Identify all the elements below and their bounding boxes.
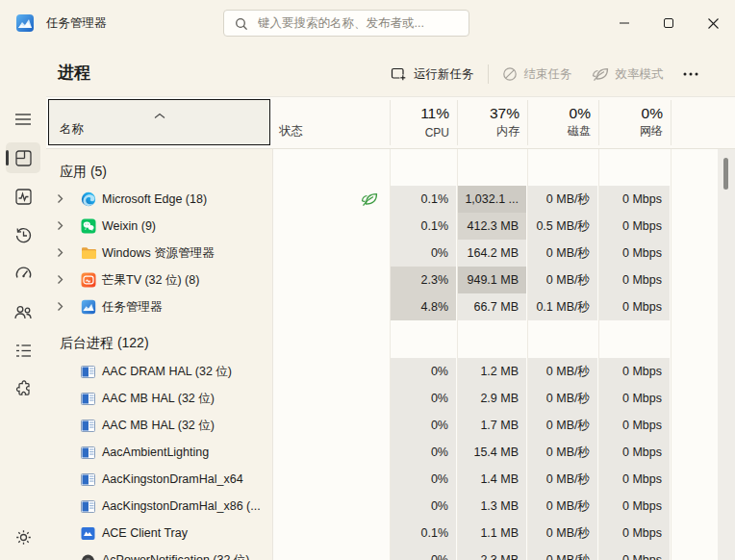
disk-cell: 0.1 MB/秒 (528, 293, 597, 320)
expand-chevron-icon[interactable] (57, 247, 63, 258)
table-row[interactable]: Microsoft Edge (18)0.1%1,032.1 ...0 MB/秒… (46, 186, 718, 213)
search-box[interactable] (223, 10, 469, 37)
table-row[interactable]: ACE Client Tray0.1%1.1 MB0 MB/秒0 Mbps (46, 520, 718, 547)
memory-cell: 1.1 MB (458, 520, 526, 547)
name-column-header[interactable]: 名称 (48, 99, 270, 145)
cpu-cell: 0% (391, 439, 456, 466)
users-icon (13, 303, 33, 321)
expand-chevron-icon[interactable] (57, 220, 63, 231)
disk-cell: 0 MB/秒 (528, 493, 597, 520)
sidebar-item-menu[interactable] (6, 104, 40, 135)
disk-cell: 0.5 MB/秒 (528, 213, 597, 240)
table-row[interactable]: AAC DRAM HAL (32 位)0%1.2 MB0 MB/秒0 Mbps (46, 358, 718, 385)
close-button[interactable] (691, 0, 735, 46)
minimize-button[interactable] (602, 0, 646, 46)
sidebar-item-users[interactable] (6, 296, 40, 327)
run-new-task-button[interactable]: 运行新任务 (381, 60, 484, 89)
cpu-cell: 4.8% (391, 293, 456, 320)
end-task-label: 结束任务 (524, 66, 572, 83)
scrollbar-thumb[interactable] (723, 158, 728, 190)
leaf-icon (592, 67, 609, 82)
sidebar-item-processes[interactable] (6, 142, 40, 173)
task-manager-window: 任务管理器 进程 运行新任务结束任务效率模式 名称 状态 11%CPU37%内存… (0, 0, 735, 560)
header-gridline (527, 100, 528, 145)
process-name: AacAmbientLighting (102, 439, 209, 466)
column-header-内存[interactable]: 37%内存 (457, 97, 527, 148)
cpu-cell: 0% (391, 385, 456, 412)
sidebar (0, 46, 46, 560)
end-task-icon (502, 66, 518, 82)
table-row[interactable]: AAC MB HAL (32 位)0%1.7 MB0 MB/秒0 Mbps (46, 412, 718, 439)
table-row[interactable]: AcPowerNotification (32 位)0%2.3 MB0 MB/秒… (46, 547, 718, 560)
disk-cell: 0 MB/秒 (528, 412, 597, 439)
name-column-label: 名称 (60, 121, 84, 138)
table-row[interactable]: Windows 资源管理器0%164.2 MB0 MB/秒0 Mbps (46, 240, 718, 267)
search-input[interactable] (256, 15, 469, 31)
cpu-cell: 0.1% (391, 520, 456, 547)
column-header-CPU[interactable]: 11%CPU (390, 97, 457, 148)
network-cell: 0 Mbps (599, 520, 670, 547)
sidebar-item-details[interactable] (6, 335, 40, 366)
cpu-cell: 0.1% (391, 213, 456, 240)
efficiency-mode-button[interactable]: 效率模式 (582, 60, 673, 89)
services-icon (14, 380, 33, 398)
sidebar-item-services[interactable] (6, 373, 40, 404)
sidebar-item-startup-apps[interactable] (6, 258, 40, 289)
expand-chevron-icon[interactable] (57, 274, 63, 285)
sidebar-item-settings[interactable] (6, 522, 40, 552)
sidebar-item-performance[interactable] (6, 181, 40, 212)
network-cell: 0 Mbps (599, 186, 670, 213)
network-cell: 0 Mbps (599, 412, 670, 439)
memory-cell: 2.9 MB (458, 385, 526, 412)
header-gridline (671, 100, 672, 145)
network-cell: 0 Mbps (599, 240, 670, 267)
run-new-task-label: 运行新任务 (414, 66, 474, 83)
expand-chevron-icon[interactable] (57, 301, 63, 312)
mgtv-icon (81, 272, 97, 288)
process-name: ACE Client Tray (102, 520, 188, 547)
table-row[interactable]: 芒果TV (32 位) (8)2.3%949.1 MB0 MB/秒0 Mbps (46, 267, 718, 293)
memory-cell: 949.1 MB (458, 267, 526, 293)
memory-cell: 412.3 MB (458, 213, 526, 240)
window-title: 任务管理器 (46, 0, 107, 46)
more-options-button[interactable] (673, 60, 708, 89)
disk-cell: 0 MB/秒 (528, 385, 597, 412)
end-task-button[interactable]: 结束任务 (493, 60, 582, 89)
performance-icon (14, 188, 33, 206)
column-label: CPU (425, 126, 449, 140)
toolbar-separator (488, 64, 489, 84)
column-label: 磁盘 (568, 123, 591, 140)
maximize-button[interactable] (646, 0, 691, 46)
column-header-磁盘[interactable]: 0%磁盘 (527, 97, 598, 148)
cpu-cell: 2.3% (391, 267, 456, 293)
status-column-header[interactable]: 状态 (279, 123, 303, 140)
group-header: 后台进程 (122) (60, 328, 149, 357)
disk-cell: 0 MB/秒 (528, 186, 597, 213)
sort-ascending-icon (154, 106, 165, 123)
table-row[interactable]: AacKingstonDramHal_x640%1.4 MB0 MB/秒0 Mb… (46, 466, 718, 493)
menu-icon (14, 113, 32, 126)
vertical-scrollbar[interactable] (718, 149, 735, 560)
memory-cell: 1.3 MB (458, 493, 526, 520)
cpu-cell: 0.1% (391, 186, 456, 213)
selected-accent-bar (6, 150, 9, 165)
column-label: 内存 (496, 123, 520, 140)
generic-icon (81, 364, 97, 379)
column-total-percent: 11% (420, 105, 449, 122)
cpu-cell: 0% (391, 358, 456, 385)
settings-gear-icon (14, 528, 33, 547)
expand-chevron-icon[interactable] (57, 193, 63, 204)
table-row[interactable]: Weixin (9)0.1%412.3 MB0.5 MB/秒0 Mbps (46, 213, 718, 240)
table-row[interactable]: AacAmbientLighting0%15.4 MB0 MB/秒0 Mbps (46, 439, 718, 466)
generic-icon (81, 418, 97, 433)
table-row[interactable]: AacKingstonDramHal_x86 (...0%1.3 MB0 MB/… (46, 493, 718, 520)
table-row[interactable]: 任务管理器4.8%66.7 MB0.1 MB/秒0 Mbps (46, 293, 718, 320)
task-manager-logo-icon (15, 13, 35, 33)
column-total-percent: 0% (570, 105, 591, 122)
sidebar-item-app-history[interactable] (6, 219, 40, 250)
column-header-网络[interactable]: 0%网络 (598, 97, 671, 148)
table-row[interactable]: AAC MB HAL (32 位)0%2.9 MB0 MB/秒0 Mbps (46, 385, 718, 412)
memory-cell: 66.7 MB (458, 293, 526, 320)
network-cell: 0 Mbps (599, 213, 670, 240)
explorer-icon (81, 245, 97, 261)
